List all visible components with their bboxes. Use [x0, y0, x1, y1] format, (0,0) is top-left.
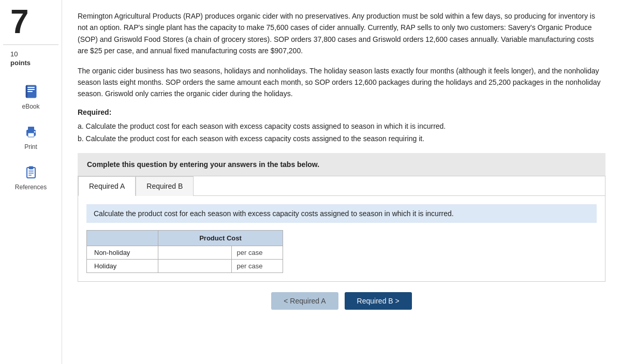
tab-instruction: Calculate the product cost for each seas…	[86, 204, 597, 223]
row-nonholiday-unit: per case	[231, 246, 283, 260]
svg-rect-2	[27, 89, 35, 90]
svg-rect-13	[28, 175, 32, 176]
svg-rect-10	[29, 166, 33, 169]
table-row: Non-holiday per case	[87, 246, 283, 260]
problem-paragraph1: Remington Agricultural Products (RAP) pr…	[78, 10, 605, 57]
book-icon	[22, 82, 40, 101]
table-header-product-cost: Product Cost	[158, 231, 283, 246]
complete-box: Complete this question by entering your …	[78, 153, 605, 176]
tab-content: Calculate the product cost for each seas…	[78, 196, 605, 281]
svg-rect-7	[28, 133, 34, 137]
points-value-label: 10	[0, 50, 18, 58]
tabs-container: Required A Required B Calculate the prod…	[78, 176, 605, 282]
prev-button[interactable]: < Required A	[271, 292, 338, 310]
next-button[interactable]: Required B >	[345, 292, 412, 310]
instruction-b: b. Calculate the product cost for each s…	[78, 133, 605, 145]
row-nonholiday-input-cell[interactable]	[158, 246, 231, 260]
question-number: 7	[0, 5, 29, 38]
row-holiday-input-cell[interactable]	[158, 260, 231, 273]
nonholiday-input[interactable]	[158, 246, 210, 259]
svg-rect-1	[27, 87, 35, 88]
instructions: a. Calculate the product cost for each s…	[78, 120, 605, 145]
svg-point-8	[34, 131, 35, 133]
svg-rect-4	[26, 85, 27, 98]
holiday-input[interactable]	[158, 260, 210, 272]
print-label: Print	[24, 143, 37, 150]
row-holiday-label: Holiday	[87, 260, 158, 273]
svg-rect-3	[27, 91, 33, 92]
points-label: points	[0, 59, 31, 67]
sidebar-item-print[interactable]: Print	[22, 123, 40, 150]
sidebar-item-references[interactable]: References	[15, 163, 47, 191]
clipboard-icon	[22, 163, 40, 181]
svg-rect-12	[28, 173, 34, 174]
tabs-header: Required A Required B	[78, 176, 605, 196]
required-label: Required:	[78, 108, 605, 116]
sidebar-item-ebook[interactable]: eBook	[22, 82, 40, 110]
sidebar: 7 10 points eBook	[0, 0, 62, 364]
tab-required-b[interactable]: Required B	[136, 176, 194, 196]
nav-buttons: < Required A Required B >	[78, 292, 605, 310]
tab-required-a[interactable]: Required A	[78, 176, 136, 196]
complete-box-text: Complete this question by entering your …	[87, 160, 319, 169]
instruction-a: a. Calculate the product cost for each s…	[78, 120, 605, 133]
print-icon	[22, 123, 40, 141]
sidebar-nav: eBook Print	[0, 82, 62, 191]
table-row: Holiday per case	[87, 260, 283, 273]
ebook-label: eBook	[22, 103, 39, 110]
table-header-label	[87, 231, 158, 246]
problem-paragraph2: The organic cider business has two seaso…	[78, 65, 605, 100]
product-cost-table: Product Cost Non-holiday per case Holida…	[86, 230, 283, 273]
sidebar-divider	[3, 44, 58, 45]
row-nonholiday-label: Non-holiday	[87, 246, 158, 260]
svg-rect-11	[28, 171, 34, 172]
references-label: References	[15, 184, 47, 191]
row-holiday-unit: per case	[231, 260, 283, 273]
main-content: Remington Agricultural Products (RAP) pr…	[62, 0, 621, 364]
svg-rect-6	[28, 127, 34, 131]
